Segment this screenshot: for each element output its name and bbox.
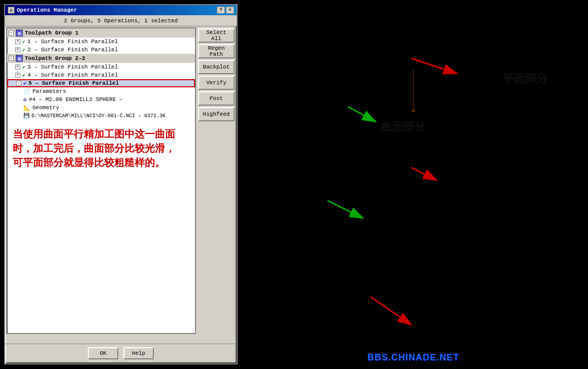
expand-icon-5[interactable]: - (16, 81, 21, 86)
expand-icon-group2[interactable]: - (9, 56, 14, 61)
item3-label: 3 – Surface Finish Parallel (27, 64, 118, 70)
curved-surface-label: 曲面部分 (381, 119, 426, 135)
separator (5, 344, 237, 344)
tree-sub-parameters[interactable]: 📄 Parameters (7, 87, 195, 95)
check-icon-2: ✔ (22, 47, 25, 53)
group2-icon: ▦ (16, 55, 23, 62)
tree-panel: - ▦ Toolpath Group 1 + ✔ 1 – Surface Fin… (6, 27, 196, 334)
expand-icon-3[interactable]: + (15, 64, 20, 70)
help-btn[interactable]: Help (123, 347, 154, 359)
group2-label: Toolpath Group 2-2 (25, 55, 85, 61)
bottom-buttons-area: OK Help (5, 343, 237, 361)
item1-label: 1 – Surface Finish Parallel (27, 39, 118, 45)
item5-label: 5 – Surface Finish Parallel (28, 80, 119, 86)
status-text: 2 Groups, 5 Operations, 1 selected (64, 18, 178, 24)
close-button[interactable]: × (226, 7, 234, 14)
check-icon-3: ✔ (22, 64, 25, 70)
title-controls: ? × (217, 7, 234, 14)
operations-manager-window: ⚙ Operations Manager ? × 2 Groups, 5 Ope… (4, 4, 238, 364)
group1-header[interactable]: - ▦ Toolpath Group 1 (7, 28, 195, 38)
tree-sub-geometry[interactable]: 📐 Geometry (7, 104, 195, 112)
tree-sub-nci[interactable]: 💾 D:\MASTERCAM\MILL\NCI\OY-001-C.NCI – 6… (7, 112, 195, 120)
tree-item-5[interactable]: - ✔ 5 – Surface Finish Parallel (7, 79, 195, 87)
group1-icon: ▦ (16, 29, 23, 37)
check-icon-4: ✔ (22, 72, 25, 78)
verify-button[interactable]: Verify (198, 76, 235, 90)
expand-icon-4[interactable]: + (15, 73, 20, 78)
item4-label: 4 – Surface Finish Parallel (27, 72, 118, 78)
title-bar: ⚙ Operations Manager ? × (5, 5, 237, 15)
backplot-button[interactable]: Backplot (198, 60, 235, 74)
3d-viewport: 平面部分 曲面部分 BBS.CHINADE.NET (239, 0, 588, 369)
tree-sub-tool[interactable]: ⊘ #4 – M2.00 ENDMILL2 SPHERE – (7, 95, 195, 104)
status-bar: 2 Groups, 5 Operations, 1 selected (5, 15, 237, 26)
bottom-btns: OK Help (5, 345, 237, 361)
surface-canvas (239, 0, 588, 369)
help-button[interactable]: ? (217, 7, 225, 14)
tool-label: #4 – M2.00 ENDMILL2 SPHERE – (29, 96, 123, 103)
content-area: - ▦ Toolpath Group 1 + ✔ 1 – Surface Fin… (5, 26, 237, 335)
app-icon: ⚙ (8, 7, 15, 14)
select-all-button[interactable]: Select All (198, 28, 235, 43)
highfeed-button[interactable]: Highfeed (198, 107, 235, 121)
check-icon-1: ✔ (22, 39, 25, 45)
geometry-label: Geometry (32, 105, 59, 111)
tree-item-3[interactable]: + ✔ 3 – Surface Finish Parallel (7, 63, 195, 71)
item2-label: 2 – Surface Finish Parallel (27, 47, 118, 53)
expand-icon-2[interactable]: + (15, 47, 20, 52)
tree-item-2[interactable]: + ✔ 2 – Surface Finish Parallel (7, 46, 195, 54)
watermark: BBS.CHINADE.NET (367, 352, 459, 363)
button-panel: Select All Regen Path Backplot Verify Po… (196, 26, 237, 335)
group1-label: Toolpath Group 1 (25, 30, 79, 36)
parameters-label: Parameters (32, 88, 66, 94)
title-bar-left: ⚙ Operations Manager (8, 7, 77, 14)
post-button[interactable]: Post (198, 91, 235, 106)
group2-header[interactable]: - ▦ Toolpath Group 2-2 (7, 54, 195, 63)
check-icon-5: ✔ (23, 80, 26, 86)
expand-icon-group1[interactable]: - (9, 30, 14, 36)
tree-item-4[interactable]: + ✔ 4 – Surface Finish Parallel (7, 71, 195, 79)
tree-item-1[interactable]: + ✔ 1 – Surface Finish Parallel (7, 38, 195, 46)
window-title: Operations Manager (17, 7, 77, 13)
regen-path-button[interactable]: Regen Path (198, 44, 235, 58)
expand-icon-1[interactable]: + (15, 39, 20, 44)
annotation-text: 当使用曲面平行精加工图中这一曲面时，加工完后，曲面部分比较光滑，可平面部分就显得… (13, 127, 180, 170)
flat-surface-label: 平面部分 (503, 71, 547, 86)
ok-button[interactable]: OK (88, 347, 118, 359)
nci-label: D:\MASTERCAM\MILL\NCI\OY-001-C.NCI – 637… (31, 113, 166, 119)
